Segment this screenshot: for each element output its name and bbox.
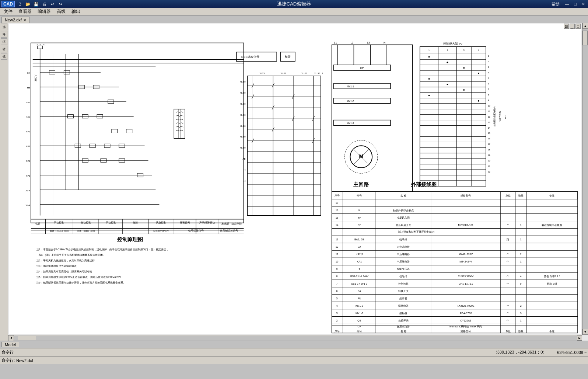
model-tab[interactable]: Model bbox=[1, 342, 19, 347]
lt-zoom[interactable]: 缩 bbox=[1, 38, 7, 45]
svg-text:15: 15 bbox=[336, 216, 339, 219]
drawing-area[interactable]: ⊡ _ □ bbox=[8, 23, 588, 341]
hscroll-left[interactable]: ◄ bbox=[8, 335, 14, 341]
svg-text:个: 个 bbox=[507, 312, 509, 314]
cad-drawing: 电源 手动控制 自动控制 手动控制 自控 紧急控制 报警信号 声响报警驱动 发光… bbox=[9, 24, 581, 334]
vscroll-down[interactable]: ▼ bbox=[582, 329, 588, 335]
svg-text:注4：如果局部具有富高元信，隔离开关可以省略: 注4：如果局部具有富高元信，隔离开关可以省略 bbox=[36, 270, 92, 273]
drawing-min[interactable]: _ bbox=[570, 24, 575, 29]
toolbar-save[interactable]: 💾 bbox=[32, 0, 40, 8]
svg-text:CP: CP bbox=[360, 67, 364, 69]
svg-text:1: 1 bbox=[488, 55, 489, 57]
svg-text:自动控制: 自动控制 bbox=[81, 221, 91, 224]
svg-text:控制原理图: 控制原理图 bbox=[117, 236, 143, 242]
svg-text:1: 1 bbox=[520, 260, 522, 263]
lt-select[interactable]: 选 bbox=[1, 24, 7, 30]
tab-close-button[interactable]: ✕ bbox=[23, 18, 26, 22]
toolbar-print[interactable]: 🖨 bbox=[41, 0, 48, 8]
svg-text:XP1: XP1 bbox=[26, 131, 30, 133]
svg-line-163 bbox=[354, 157, 361, 164]
svg-text:数量: 数量 bbox=[518, 194, 524, 197]
size-display: 634×851.0038 ≈ bbox=[557, 350, 587, 355]
svg-text:紧急控制: 紧急控制 bbox=[156, 221, 166, 224]
svg-text:个: 个 bbox=[507, 305, 509, 307]
help-button[interactable]: 帮助 bbox=[550, 1, 561, 7]
title-bar-left: CAD 🗋 📂 💾 🖨 ↩ ↪ bbox=[1, 0, 64, 8]
svg-text:SF: SF bbox=[358, 224, 361, 226]
svg-text:10: 10 bbox=[488, 105, 490, 107]
vscroll-track bbox=[582, 29, 588, 329]
svg-text:17: 17 bbox=[488, 143, 490, 145]
close-button[interactable]: ✕ bbox=[580, 2, 587, 7]
svg-text:XL:30: XL:30 bbox=[314, 72, 320, 74]
svg-text:XL:80: XL:80 bbox=[240, 103, 246, 105]
svg-text:CLS23□B60V: CLS23□B60V bbox=[458, 275, 474, 278]
lt-mirror[interactable]: 镜 bbox=[1, 53, 7, 60]
svg-text:T: T bbox=[358, 268, 360, 270]
svg-text:KM1-2: KM1-2 bbox=[346, 100, 354, 102]
svg-rect-155 bbox=[334, 98, 391, 104]
svg-text:稳定外控: 稳定外控 bbox=[231, 222, 242, 225]
svg-text:10: 10 bbox=[336, 260, 339, 263]
svg-point-350 bbox=[463, 67, 465, 69]
tab-label: New2.dxf bbox=[5, 18, 22, 22]
svg-text:CP: CP bbox=[357, 325, 361, 328]
toolbar-open[interactable]: 📂 bbox=[24, 0, 32, 8]
svg-text:KA1: KA1 bbox=[357, 260, 362, 263]
menu-edit[interactable]: 编辑器 bbox=[35, 8, 54, 15]
svg-text:名 称: 名 称 bbox=[400, 330, 406, 333]
svg-text:备注: 备注 bbox=[549, 194, 554, 197]
model-bar: Model bbox=[0, 341, 588, 348]
svg-text:1: 1 bbox=[322, 72, 323, 74]
hscroll-thumb[interactable] bbox=[18, 336, 36, 340]
svg-text:11: 11 bbox=[488, 110, 490, 112]
toolbar-redo[interactable]: ↪ bbox=[57, 0, 64, 8]
svg-rect-168 bbox=[332, 192, 578, 333]
svg-text:1: 1 bbox=[520, 319, 522, 322]
svg-text:GS1-2 / HL1/HY: GS1-2 / HL1/HY bbox=[350, 275, 369, 278]
svg-text:L1: L1 bbox=[334, 41, 337, 44]
document-tab[interactable]: New2.dxf ✕ bbox=[1, 17, 29, 23]
svg-text:控制柜大端 V7: 控制柜大端 V7 bbox=[443, 42, 463, 45]
vertical-scrollbar[interactable]: ▲ ▼ bbox=[582, 23, 588, 335]
menu-advanced[interactable]: 高级 bbox=[54, 8, 69, 15]
drawing-max[interactable]: □ bbox=[575, 24, 581, 29]
toolbar-new[interactable]: 🗋 bbox=[16, 0, 24, 8]
svg-text:XL:80: XL:80 bbox=[240, 114, 246, 116]
svg-text:注6：低压断路器依采用电动保护开关，此分断离力应按照配电系统: 注6：低压断路器依采用电动保护开关，此分断离力应按照配电系统额变变系。 bbox=[36, 281, 126, 284]
lt-rotate[interactable]: 转 bbox=[1, 46, 7, 52]
svg-text:YP: YP bbox=[358, 216, 361, 219]
drawing-restore[interactable]: ⊡ bbox=[564, 24, 569, 29]
svg-text:20: 20 bbox=[488, 160, 490, 162]
horizontal-scrollbar[interactable]: ◄ ► bbox=[8, 335, 582, 341]
menu-view[interactable]: 查看器 bbox=[15, 8, 35, 15]
menu-file[interactable]: 文件 bbox=[1, 8, 15, 15]
hscroll-right[interactable]: ► bbox=[577, 335, 582, 341]
statusbar2: 命令行: New2.dxf bbox=[0, 356, 588, 364]
svg-text:22: 22 bbox=[488, 171, 490, 173]
minimize-button[interactable]: — bbox=[563, 2, 570, 6]
svg-text:触发外接综合触点: 触发外接综合触点 bbox=[393, 209, 414, 212]
svg-text:BA2, 6/8: BA2, 6/8 bbox=[354, 238, 364, 241]
svg-text:XL-4: XL-4 bbox=[25, 204, 30, 206]
svg-text:21: 21 bbox=[488, 165, 490, 167]
svg-text:KM1-1: KM1-1 bbox=[346, 85, 354, 88]
lt-move[interactable]: 移 bbox=[1, 31, 7, 38]
maximize-button[interactable]: □ bbox=[573, 2, 578, 6]
svg-text:XL-4: XL-4 bbox=[25, 190, 30, 192]
menu-output[interactable]: 输出 bbox=[69, 8, 83, 15]
svg-rect-157 bbox=[334, 120, 391, 126]
svg-text:SS1-2 / SF1-3: SS1-2 / SF1-3 bbox=[351, 282, 367, 285]
svg-text:12: 12 bbox=[336, 246, 339, 248]
svg-text:9: 9 bbox=[488, 99, 489, 101]
drawing-content: 电源 手动控制 自动控制 手动控制 自控 紧急控制 报警信号 声响报警驱动 发光… bbox=[9, 24, 581, 334]
vscroll-up[interactable]: ▲ bbox=[582, 23, 588, 29]
toolbar-undo[interactable]: ↩ bbox=[49, 0, 56, 8]
svg-point-352 bbox=[428, 78, 430, 80]
svg-text:2: 2 bbox=[488, 60, 489, 63]
svg-text:注2：平时风机为低速运行，火灾时风机为高速运行: 注2：平时风机为低速运行，火灾时风机为高速运行 bbox=[36, 259, 95, 262]
svg-text:8: 8 bbox=[336, 275, 338, 278]
svg-text:个: 个 bbox=[507, 224, 509, 226]
svg-rect-169 bbox=[332, 192, 578, 199]
vscroll-thumb[interactable] bbox=[582, 31, 588, 45]
